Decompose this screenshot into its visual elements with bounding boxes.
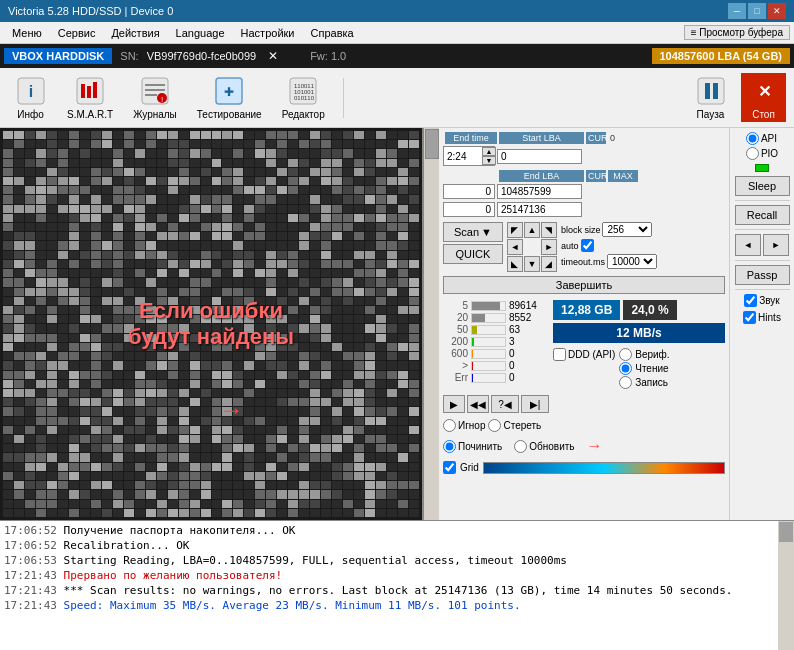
grid-checkbox[interactable] [443, 461, 456, 474]
side-divider2 [735, 229, 790, 230]
api-pio-group: API PIO [746, 132, 778, 160]
buffer-button[interactable]: ≡ Просмотр буфера [684, 25, 790, 40]
start-lba-input[interactable] [497, 149, 582, 164]
device-close-button[interactable]: ✕ [264, 49, 282, 63]
end-time-input[interactable] [444, 150, 482, 163]
log-line: 17:21:43 Speed: Maximum 35 MB/s. Average… [4, 598, 774, 613]
maximize-button[interactable]: □ [748, 3, 766, 19]
editor-button[interactable]: 110011 101001 010110 Редактор [276, 73, 331, 122]
end-lba-input[interactable] [497, 184, 582, 199]
write-radio[interactable] [619, 376, 632, 389]
stat-row: 2003 [443, 336, 549, 347]
back-button[interactable]: ◀◀ [467, 395, 489, 413]
ddd-checkbox[interactable] [553, 348, 566, 361]
scan-scroll-thumb[interactable] [425, 129, 439, 159]
log-line: 17:06:52 Recalibration... OK [4, 538, 774, 553]
stop-label: Стоп [752, 109, 775, 120]
play-button[interactable]: ▶ [443, 395, 465, 413]
ignore-radio[interactable] [443, 419, 456, 432]
read-radio[interactable] [619, 362, 632, 375]
finish-button[interactable]: Завершить [443, 276, 725, 294]
scan-scrollbar[interactable] [423, 128, 439, 520]
fix-radio[interactable] [443, 440, 456, 453]
log-line: 17:21:43 Прервано по желанию пользовател… [4, 568, 774, 583]
menu-item-service[interactable]: Сервис [50, 25, 104, 41]
sound-checkbox[interactable] [744, 294, 757, 307]
log-scroll-thumb[interactable] [779, 522, 793, 542]
dir-upright[interactable]: ◥ [541, 222, 557, 238]
scan-button[interactable]: Scan ▼ [443, 222, 503, 242]
menu-item-language[interactable]: Language [168, 25, 233, 41]
stop-button[interactable]: ✕ Стоп [741, 73, 786, 122]
test-button[interactable]: ✚ Тестирование [191, 73, 268, 122]
hints-checkbox[interactable] [743, 311, 756, 324]
verify-row: Вериф. [619, 348, 669, 361]
dir-up[interactable]: ▲ [524, 222, 540, 238]
svg-rect-5 [93, 82, 97, 98]
sleep-button[interactable]: Sleep [735, 176, 790, 196]
cur-header: CUR [586, 132, 606, 144]
scan-buttons: Scan ▼ QUICK [443, 222, 503, 264]
api-radio[interactable] [746, 132, 759, 145]
pause-button[interactable]: Пауза [688, 73, 733, 122]
minimize-button[interactable]: ─ [728, 3, 746, 19]
smart-label: S.M.A.R.T [67, 109, 113, 120]
dir-downright[interactable]: ◢ [541, 256, 557, 272]
recall-button[interactable]: Recall [735, 205, 790, 225]
end-time-up[interactable]: ▲ [482, 147, 496, 156]
menu-item-settings[interactable]: Настройки [233, 25, 303, 41]
close-button[interactable]: ✕ [768, 3, 786, 19]
cur-value-header: 0 [608, 132, 628, 144]
lba-row3: 0 [443, 202, 725, 217]
cur-lba-input[interactable] [497, 202, 582, 217]
svg-text:i: i [28, 83, 32, 100]
svg-rect-9 [145, 94, 157, 96]
stat-row: 589614 [443, 300, 549, 311]
auto-checkbox[interactable] [581, 239, 594, 252]
log-line: 17:06:53 Starting Reading, LBA=0..104857… [4, 553, 774, 568]
block-size-select[interactable]: 256 [602, 222, 652, 237]
svg-rect-3 [81, 84, 85, 98]
status-led [755, 164, 769, 172]
toolbar-separator [343, 78, 344, 118]
dir-down[interactable]: ▼ [524, 256, 540, 272]
dir-upleft[interactable]: ◤ [507, 222, 523, 238]
update-radio[interactable] [514, 440, 527, 453]
size-percent-row: 12,88 GB 24,0 % [553, 300, 725, 320]
write-row: Запись [619, 376, 669, 389]
log-scrollbar[interactable] [778, 521, 794, 650]
scan-controls-row: Scan ▼ QUICK ◤ ▲ ◥ ◄ ► ◣ ▼ ◢ [443, 222, 725, 272]
smart-button[interactable]: S.M.A.R.T [61, 73, 119, 122]
svg-text:010110: 010110 [294, 95, 315, 101]
lba-cur-display: 0 [443, 202, 495, 217]
mystery-button[interactable]: ?◀ [491, 395, 519, 413]
main-content: Если ошибкибудут найдены→ End time Start… [0, 128, 794, 520]
svg-rect-20 [713, 83, 718, 99]
device-sn-label: SN: [120, 50, 138, 62]
dir-right[interactable]: ► [541, 239, 557, 255]
dir-left[interactable]: ◄ [507, 239, 523, 255]
timeout-select[interactable]: 10000 [607, 254, 657, 269]
mini-btn-left[interactable]: ◄ [735, 234, 761, 256]
test-label: Тестирование [197, 109, 262, 120]
journal-button[interactable]: ! Журналы [127, 73, 183, 122]
pio-radio[interactable] [746, 147, 759, 160]
ignore-label: Игнор [458, 420, 485, 431]
verify-radio[interactable] [619, 348, 632, 361]
info-button[interactable]: i Инфо [8, 73, 53, 122]
mini-btn-right[interactable]: ► [763, 234, 789, 256]
svg-rect-8 [145, 89, 165, 91]
log-line: 17:06:52 Получение паспорта накопителя..… [4, 523, 774, 538]
menu-item-menu[interactable]: Меню [4, 25, 50, 41]
erase-radio[interactable] [488, 419, 501, 432]
verify-options: Вериф. Чтение Запись [619, 348, 669, 389]
passp-button[interactable]: Passp [735, 265, 790, 285]
quick-button[interactable]: QUICK [443, 244, 503, 264]
svg-text:!: ! [161, 95, 163, 104]
menu-item-help[interactable]: Справка [303, 25, 362, 41]
dir-downleft[interactable]: ◣ [507, 256, 523, 272]
device-lba: 104857600 LBA (54 GB) [652, 48, 791, 64]
menu-item-actions[interactable]: Действия [103, 25, 167, 41]
end-time-down[interactable]: ▼ [482, 156, 496, 165]
end-button[interactable]: ▶| [521, 395, 549, 413]
